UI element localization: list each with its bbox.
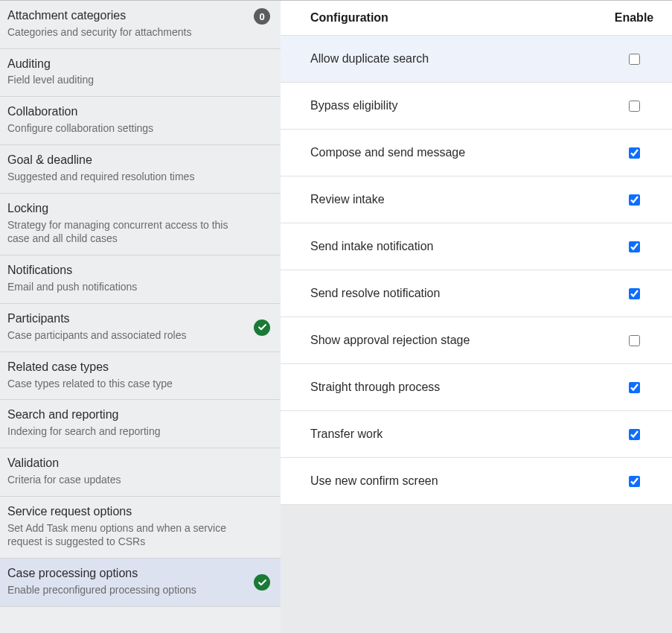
config-checkbox-cell — [608, 429, 660, 440]
sidebar-item-validation[interactable]: ValidationCriteria for case updates — [0, 448, 281, 497]
config-row: Compose and send message — [281, 130, 672, 176]
config-label: Bypass eligibility — [310, 99, 608, 112]
config-row: Send intake notification — [281, 223, 672, 270]
sidebar-item-title: Related case types — [7, 360, 270, 375]
config-header-title: Configuration — [310, 11, 608, 25]
enable-checkbox[interactable] — [629, 101, 640, 112]
config-checkbox-cell — [608, 288, 660, 299]
sidebar-item-attachment-categories[interactable]: Attachment categoriesCategories and secu… — [0, 1, 281, 49]
enable-checkbox[interactable] — [629, 288, 640, 299]
config-row: Review intake — [281, 176, 672, 223]
config-checkbox-cell — [608, 476, 660, 487]
sidebar-item-desc: Field level auditing — [7, 73, 270, 87]
config-checkbox-cell — [608, 101, 660, 112]
enable-checkbox[interactable] — [629, 54, 640, 65]
count-badge: 0 — [254, 8, 270, 25]
sidebar: Attachment categoriesCategories and secu… — [0, 1, 281, 633]
config-checkbox-cell — [608, 241, 660, 252]
sidebar-item-title: Auditing — [7, 57, 270, 72]
sidebar-item-title: Validation — [7, 456, 270, 471]
check-circle-icon — [254, 574, 270, 591]
config-row: Use new confirm screen — [281, 458, 672, 505]
config-label: Review intake — [310, 193, 608, 206]
sidebar-item-collaboration[interactable]: CollaborationConfigure collaboration set… — [0, 97, 281, 145]
sidebar-item-title: Locking — [7, 201, 270, 217]
sidebar-item-title: Notifications — [7, 263, 270, 279]
enable-checkbox[interactable] — [629, 429, 640, 440]
config-row: Send resolve notification — [281, 270, 672, 317]
sidebar-item-case-processing-options[interactable]: Case processing optionsEnable preconfigu… — [0, 559, 281, 607]
sidebar-item-goal-deadline[interactable]: Goal & deadlineSuggested and required re… — [0, 145, 281, 194]
sidebar-item-title: Case processing options — [7, 566, 270, 582]
sidebar-item-desc: Categories and security for attachments — [7, 25, 270, 39]
sidebar-item-title: Collaboration — [7, 104, 270, 120]
enable-checkbox[interactable] — [629, 147, 640, 159]
sidebar-item-service-request-options[interactable]: Service request optionsSet Add Task menu… — [0, 497, 281, 559]
config-checkbox-cell — [608, 194, 660, 206]
config-label: Straight through process — [310, 381, 608, 394]
sidebar-item-locking[interactable]: LockingStrategy for managing concurrent … — [0, 194, 281, 256]
enable-checkbox[interactable] — [629, 335, 640, 346]
config-checkbox-cell — [608, 147, 660, 159]
sidebar-item-desc: Indexing for search and reporting — [7, 424, 270, 439]
sidebar-item-title: Goal & deadline — [7, 153, 270, 168]
sidebar-item-desc: Strategy for managing concurrent access … — [7, 218, 270, 246]
enable-checkbox[interactable] — [629, 194, 640, 206]
config-label: Send resolve notification — [310, 287, 608, 300]
sidebar-item-desc: Configure collaboration settings — [7, 121, 270, 136]
enable-checkbox[interactable] — [629, 476, 640, 487]
sidebar-item-search-and-reporting[interactable]: Search and reportingIndexing for search … — [0, 400, 281, 448]
sidebar-item-desc: Case types related to this case type — [7, 377, 270, 391]
config-label: Transfer work — [310, 427, 608, 441]
sidebar-item-desc: Suggested and required resolution times — [7, 170, 270, 184]
config-row: Straight through process — [281, 364, 672, 411]
sidebar-item-desc: Set Add Task menu options and when a ser… — [7, 521, 270, 550]
config-row: Bypass eligibility — [281, 83, 672, 130]
config-row: Allow duplicate search — [281, 36, 672, 83]
config-label: Show approval rejection stage — [310, 334, 608, 347]
config-row: Show approval rejection stage — [281, 317, 672, 364]
sidebar-item-title: Search and reporting — [7, 407, 270, 423]
config-label: Allow duplicate search — [310, 52, 608, 66]
sidebar-item-related-case-types[interactable]: Related case typesCase types related to … — [0, 352, 281, 401]
config-panel: Configuration Enable Allow duplicate sea… — [281, 1, 672, 505]
sidebar-item-desc: Enable preconfigured processing options — [7, 583, 270, 597]
main-panel: Configuration Enable Allow duplicate sea… — [281, 1, 672, 633]
sidebar-item-participants[interactable]: ParticipantsCase participants and associ… — [0, 304, 281, 352]
enable-checkbox[interactable] — [629, 241, 640, 252]
sidebar-item-desc: Case participants and associated roles — [7, 328, 270, 343]
config-header: Configuration Enable — [281, 1, 672, 36]
sidebar-item-title: Service request options — [7, 504, 270, 520]
config-label: Use new confirm screen — [310, 474, 608, 488]
sidebar-item-notifications[interactable]: NotificationsEmail and push notification… — [0, 255, 281, 304]
config-checkbox-cell — [608, 54, 660, 65]
sidebar-item-desc: Email and push notifications — [7, 280, 270, 294]
enable-checkbox[interactable] — [629, 382, 640, 393]
config-label: Compose and send message — [310, 146, 608, 159]
sidebar-item-title: Participants — [7, 311, 270, 327]
config-label: Send intake notification — [310, 240, 608, 253]
sidebar-item-desc: Criteria for case updates — [7, 473, 270, 487]
config-checkbox-cell — [608, 335, 660, 346]
sidebar-item-title: Attachment categories — [7, 8, 270, 24]
config-header-enable: Enable — [608, 11, 660, 25]
config-checkbox-cell — [608, 382, 660, 393]
sidebar-item-auditing[interactable]: AuditingField level auditing — [0, 49, 281, 98]
check-circle-icon — [254, 319, 270, 336]
app-container: Attachment categoriesCategories and secu… — [0, 0, 672, 633]
config-row: Transfer work — [281, 411, 672, 458]
